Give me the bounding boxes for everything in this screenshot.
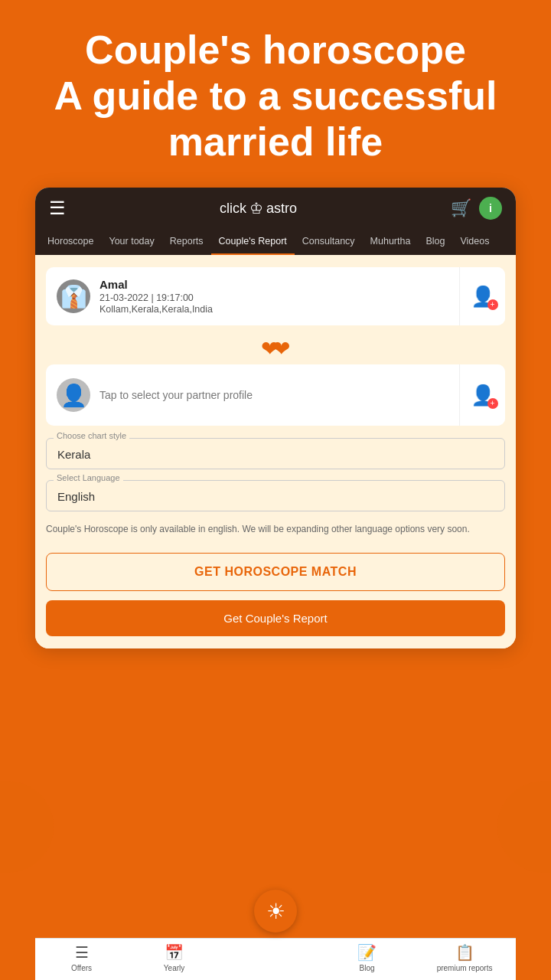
partner-add-badge: + — [487, 398, 498, 409]
get-couples-report-button[interactable]: Get Couple's Report — [46, 600, 505, 636]
cart-icon[interactable]: 🛒 — [451, 198, 471, 218]
partner-placeholder-text: Tap to select your partner profile — [99, 389, 253, 401]
nav-blog[interactable]: Blog — [418, 229, 452, 255]
chart-style-input[interactable] — [46, 438, 505, 469]
user-profile-details: Amal 21-03-2022 | 19:17:00 Kollam,Kerala… — [99, 278, 213, 315]
chart-style-label: Choose chart style — [54, 431, 129, 440]
bottom-nav-blog[interactable]: 📝 Blog — [344, 943, 390, 972]
nav-couples-report[interactable]: Couple's Report — [211, 229, 295, 255]
nav-consultancy[interactable]: Consultancy — [295, 229, 363, 255]
avatar[interactable]: i — [479, 197, 502, 220]
partner-profile-card[interactable]: 👤 Tap to select your partner profile 👤 + — [46, 364, 505, 426]
content-area: 👔 Amal 21-03-2022 | 19:17:00 Kollam,Kera… — [35, 255, 516, 648]
offers-icon: ☰ — [75, 943, 89, 962]
app-card: ☰ click ♔ astro 🛒 i Horoscope Your today… — [35, 188, 516, 648]
menu-icon[interactable]: ☰ — [49, 198, 66, 219]
blog-icon: 📝 — [357, 943, 377, 962]
hero-title: Couple's horoscopeA guide to a successfu… — [31, 28, 520, 165]
sun-icon: ☀ — [266, 899, 285, 924]
topbar-right: 🛒 i — [451, 197, 502, 220]
language-field: Select Language — [46, 480, 505, 511]
hearts-divider: ❤❤ — [46, 336, 505, 361]
premium-reports-label: premium reports — [437, 964, 493, 972]
heart-icon-2: ❤ — [272, 337, 290, 361]
offers-label: Offers — [71, 964, 92, 972]
user-avatar-icon: 👔 — [60, 284, 87, 309]
language-input[interactable] — [46, 480, 505, 511]
logo-text-suffix: astro — [266, 201, 297, 217]
bottom-nav-offers[interactable]: ☰ Offers — [59, 943, 105, 972]
partner-profile-info: 👤 Tap to select your partner profile — [46, 364, 459, 426]
edit-user-button[interactable]: 👤 + — [459, 267, 505, 325]
chart-style-field: Choose chart style — [46, 438, 505, 469]
nav-your-today[interactable]: Your today — [101, 229, 161, 255]
user-avatar: 👔 — [57, 279, 90, 313]
sun-button[interactable]: ☀ — [254, 890, 297, 933]
user-location: Kollam,Kerala,Kerala,India — [99, 304, 213, 315]
user-profile-card: 👔 Amal 21-03-2022 | 19:17:00 Kollam,Kera… — [46, 267, 505, 325]
user-profile-info: 👔 Amal 21-03-2022 | 19:17:00 Kollam,Kera… — [46, 267, 459, 325]
hero-section: Couple's horoscopeA guide to a successfu… — [0, 0, 551, 188]
nav-videos[interactable]: Videos — [452, 229, 497, 255]
navigation: Horoscope Your today Reports Couple's Re… — [35, 229, 516, 255]
bottom-navigation: ☰ Offers 📅 Yearly 📝 Blog 📋 premium repor… — [35, 938, 516, 980]
avatar-initial: i — [489, 202, 492, 214]
nav-muhurtha[interactable]: Muhurtha — [363, 229, 419, 255]
bottom-nav-premium-reports[interactable]: 📋 premium reports — [437, 943, 493, 972]
logo-text: click — [220, 201, 246, 217]
nav-horoscope[interactable]: Horoscope — [40, 229, 101, 255]
nav-reports[interactable]: Reports — [162, 229, 211, 255]
yearly-label: Yearly — [164, 964, 184, 972]
decor-corner-left — [0, 781, 54, 873]
user-name: Amal — [99, 278, 213, 291]
language-info-text: Couple's Horoscope is only available in … — [46, 522, 505, 536]
bottom-nav-yearly[interactable]: 📅 Yearly — [152, 943, 197, 972]
add-badge: + — [487, 299, 498, 310]
get-horoscope-match-button[interactable]: GET HOROSCOPE MATCH — [46, 553, 505, 591]
partner-avatar: 👤 — [57, 378, 90, 412]
partner-avatar-icon: 👤 — [60, 383, 87, 408]
premium-reports-icon: 📋 — [455, 943, 474, 962]
app-logo: click ♔ astro — [220, 199, 297, 217]
add-partner-button[interactable]: 👤 + — [459, 364, 505, 426]
logo-symbol-icon: ♔ — [249, 199, 263, 217]
language-label: Select Language — [54, 473, 123, 482]
blog-label: Blog — [360, 964, 375, 972]
decor-corner-right — [497, 781, 551, 873]
topbar: ☰ click ♔ astro 🛒 i — [35, 188, 516, 229]
yearly-icon: 📅 — [165, 943, 184, 962]
user-dob: 21-03-2022 | 19:17:00 — [99, 292, 213, 303]
